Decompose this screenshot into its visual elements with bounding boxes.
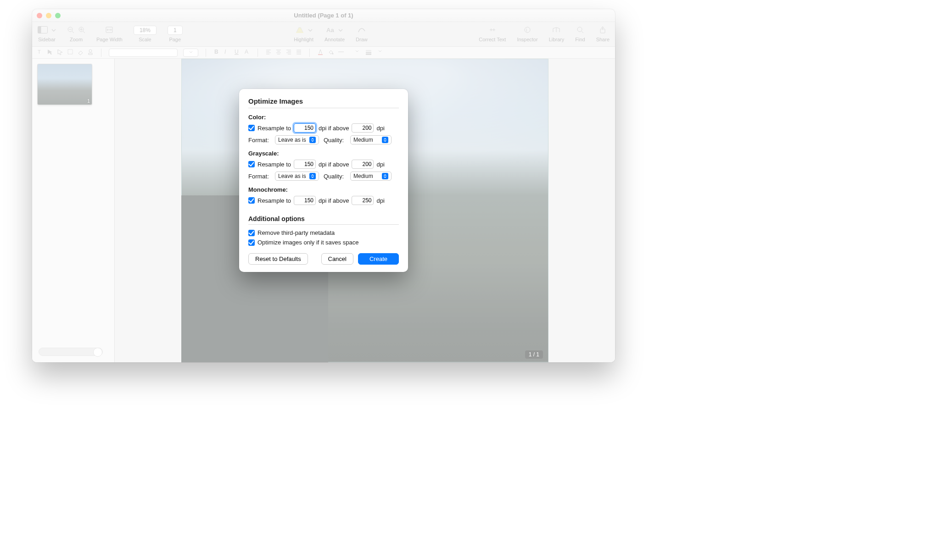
mono-resample-checkbox[interactable] [248, 197, 255, 204]
color-format-label: Format: [248, 137, 270, 144]
text-tool-icon[interactable]: T [37, 49, 43, 56]
color-resample-dpi-field[interactable] [294, 123, 316, 133]
grayscale-resample-label: Resample to [257, 161, 291, 168]
stamp-tool-icon[interactable] [87, 49, 94, 56]
zoom-in-icon[interactable] [78, 26, 85, 35]
mono-resample-label: Resample to [257, 197, 291, 204]
scale-field[interactable]: 18% [134, 26, 157, 35]
window-minimize-button[interactable] [46, 13, 51, 18]
text-style-icon[interactable]: A [244, 49, 250, 56]
annotate-label: Annotate [325, 37, 345, 42]
chevron-down-icon[interactable] [51, 27, 56, 34]
updown-icon [382, 173, 388, 179]
inspector-icon[interactable]: i [524, 26, 531, 35]
bold-icon[interactable]: B [213, 49, 220, 56]
scrubber-knob[interactable] [93, 348, 102, 357]
correct-text-icon[interactable] [488, 27, 497, 34]
underline-icon[interactable]: U [234, 49, 240, 56]
color-ifabove-dpi-field[interactable] [352, 123, 374, 133]
align-left-icon[interactable] [265, 49, 272, 56]
dialog-title: Optimize Images [248, 97, 399, 105]
draw-icon[interactable] [358, 27, 366, 34]
grayscale-format-select[interactable]: Leave as is [275, 172, 319, 181]
window-title: Untitled (Page 1 of 1) [32, 12, 615, 19]
grayscale-resample-dpi-field[interactable] [294, 160, 316, 169]
window-zoom-button[interactable] [55, 13, 61, 18]
page-width-icon[interactable] [105, 27, 113, 34]
chevron-down-icon[interactable] [308, 27, 313, 34]
svg-rect-10 [296, 32, 303, 33]
svg-text:A: A [245, 49, 248, 55]
additional-options-heading: Additional options [248, 215, 399, 222]
pointer-tool-icon[interactable] [57, 49, 63, 56]
zoom-label: Zoom [70, 37, 83, 42]
italic-icon[interactable]: I [224, 49, 230, 56]
line-style-icon[interactable] [337, 49, 351, 56]
annotate-icon[interactable]: Aa [326, 27, 335, 34]
chevron-down-icon[interactable] [355, 49, 361, 56]
svg-point-19 [89, 50, 92, 52]
remove-metadata-label: Remove third-party metadata [257, 229, 335, 236]
select-tool-icon[interactable] [67, 49, 73, 56]
svg-rect-18 [68, 50, 73, 54]
highlight-label: Highlight [294, 37, 313, 42]
grayscale-ifabove-dpi-field[interactable] [352, 160, 374, 169]
svg-rect-20 [89, 53, 92, 55]
font-family-select[interactable] [109, 49, 178, 57]
page-thumbnail[interactable]: 1 [38, 64, 92, 105]
remove-metadata-checkbox[interactable] [248, 230, 255, 236]
eraser-tool-icon[interactable] [77, 49, 84, 56]
svg-text:I: I [224, 49, 226, 55]
color-quality-select[interactable]: Medium [350, 135, 392, 144]
cancel-button[interactable]: Cancel [321, 253, 353, 265]
align-justify-icon[interactable] [296, 49, 302, 56]
arrow-tool-icon[interactable] [47, 49, 53, 56]
grayscale-format-label: Format: [248, 173, 270, 180]
library-label: Library [549, 37, 565, 42]
svg-text:B: B [214, 49, 218, 55]
mono-resample-dpi-field[interactable] [294, 196, 316, 205]
monochrome-heading: Monochrome: [248, 186, 399, 193]
find-icon[interactable] [576, 26, 584, 35]
scale-label: Scale [139, 37, 151, 42]
library-icon[interactable] [552, 27, 560, 34]
color-ifabove-label: dpi if above [319, 125, 349, 132]
page-field[interactable]: 1 [168, 26, 183, 35]
reset-defaults-button[interactable]: Reset to Defaults [248, 253, 308, 265]
sidebar-toggle-icon[interactable] [38, 26, 48, 35]
color-quality-label: Quality: [324, 137, 346, 144]
svg-line-15 [582, 31, 583, 33]
updown-icon [309, 173, 316, 179]
fill-color-icon[interactable] [327, 49, 334, 56]
correct-text-label: Correct Text [479, 37, 506, 42]
dpi-unit: dpi [376, 125, 384, 132]
text-color-icon[interactable] [317, 49, 324, 56]
color-resample-checkbox[interactable] [248, 125, 255, 131]
highlight-icon[interactable] [295, 26, 304, 35]
align-right-icon[interactable] [285, 49, 292, 56]
dpi-unit: dpi [376, 197, 384, 204]
draw-label: Draw [356, 37, 368, 42]
font-size-select[interactable] [183, 49, 198, 57]
window-close-button[interactable] [37, 13, 42, 18]
share-icon[interactable] [599, 26, 606, 35]
color-heading: Color: [248, 114, 399, 121]
page-width-label: Page Width [96, 37, 123, 42]
zoom-scrubber[interactable] [39, 348, 103, 356]
create-button[interactable]: Create [358, 253, 399, 265]
thumbnail-page-number: 1 [87, 98, 90, 104]
chevron-down-icon[interactable] [378, 49, 384, 56]
optimize-space-checkbox[interactable] [248, 239, 255, 246]
chevron-down-icon[interactable] [338, 27, 343, 34]
color-quality-value: Medium [353, 137, 373, 143]
color-format-select[interactable]: Leave as is [275, 135, 319, 144]
line-weight-icon[interactable] [365, 49, 374, 56]
grayscale-quality-select[interactable]: Medium [350, 172, 392, 181]
grayscale-resample-checkbox[interactable] [248, 161, 255, 167]
align-center-icon[interactable] [275, 49, 282, 56]
svg-point-26 [332, 53, 334, 55]
zoom-out-icon[interactable] [67, 26, 74, 35]
mono-ifabove-dpi-field[interactable] [352, 196, 374, 205]
find-label: Find [575, 37, 585, 42]
main-toolbar: Sidebar Zoom [32, 22, 615, 47]
